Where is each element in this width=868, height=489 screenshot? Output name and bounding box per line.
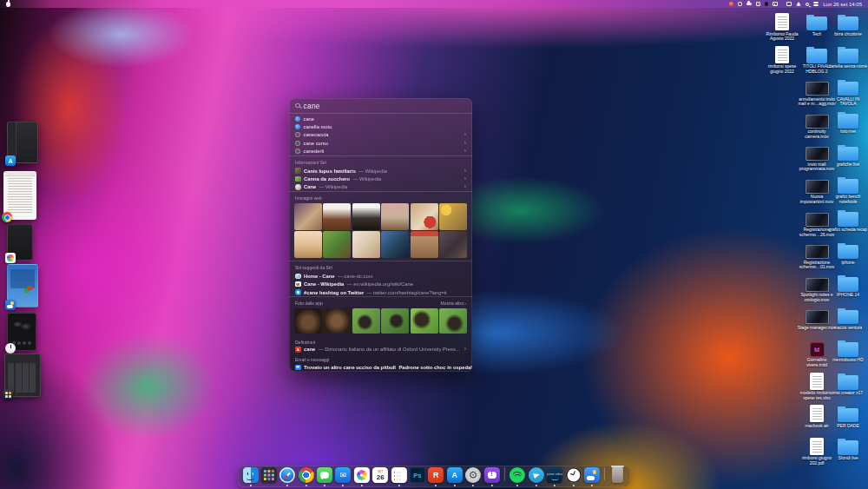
dog-lawn-photo-1[interactable]: [411, 308, 438, 334]
dock-separator[interactable]: [502, 467, 507, 486]
apple-menu-icon[interactable]: [6, 2, 10, 7]
desktop-icon[interactable]: foto mei: [828, 112, 868, 145]
safari-dock-icon[interactable]: [279, 467, 296, 486]
siri-info-result[interactable]: Canna da zucchero — Wikipedia ›: [289, 175, 472, 182]
brown-dog-sign-photo[interactable]: [411, 231, 438, 258]
dog-night-photo-1[interactable]: [294, 308, 322, 334]
corgi-with-ball-photo[interactable]: [411, 203, 438, 230]
suggested-site-result[interactable]: Home - Cane — cane-dc.com: [289, 272, 472, 280]
dock: set 26 Ps R: [238, 466, 630, 487]
system-settings-dock-icon[interactable]: [465, 467, 482, 486]
desktop-icon[interactable]: grafici scheda recap: [828, 210, 868, 243]
display-menu-icon[interactable]: [786, 2, 792, 5]
siri-info-result[interactable]: Cane — Wikipedia ›: [289, 183, 472, 191]
email-result[interactable]: Trovato un altro cane ucciso da pitbull …: [289, 363, 472, 371]
photoshop-dock-icon[interactable]: Ps: [409, 467, 425, 486]
desktop-icon[interactable]: mezzobusto HD: [828, 340, 868, 373]
reminders-dock-icon[interactable]: [391, 467, 407, 486]
desktop-icon[interactable]: PER DADE: [828, 406, 868, 439]
golden-puppy-photo[interactable]: [294, 231, 322, 258]
stage-manager-icon[interactable]: [773, 2, 778, 6]
dock-separator[interactable]: [602, 467, 608, 486]
suggested-site-result[interactable]: Cane - Wikipedia — en.wikipedia.org/wiki…: [289, 281, 472, 288]
dog-grass-photo-1[interactable]: [352, 308, 380, 334]
mail-dock-icon[interactable]: [335, 467, 352, 486]
siri-info-result[interactable]: Canis lupus familiaris — Wikipedia ›: [289, 167, 472, 175]
desktop-icon[interactable]: msi creator z17: [828, 373, 868, 406]
desktop-icon[interactable]: grafici bench notebook: [828, 177, 868, 210]
search-suggestion[interactable]: cane corso ›: [289, 139, 472, 147]
wifi-icon[interactable]: [796, 2, 801, 6]
small-dog-photo[interactable]: [381, 203, 409, 230]
search-suggestion[interactable]: canella moto: [289, 122, 472, 130]
finder-dock-icon[interactable]: [242, 467, 259, 486]
search-suggestion[interactable]: cane: [289, 115, 472, 122]
groomed-dog-photo[interactable]: [352, 231, 380, 258]
search-suggestion[interactable]: canederli ›: [289, 148, 472, 155]
desktop-icon[interactable]: birra circolone: [828, 14, 868, 47]
show-more-link[interactable]: Mostra altro ›: [441, 301, 466, 306]
red-app-menu-icon[interactable]: [729, 2, 733, 6]
desktop-icon[interactable]: iphone: [828, 242, 868, 275]
weather-dock-icon[interactable]: [583, 467, 600, 486]
window-menu-icon[interactable]: [756, 2, 760, 6]
file-icon: [806, 275, 829, 292]
launchpad-dock-icon[interactable]: [260, 467, 277, 486]
photos-window[interactable]: [7, 224, 33, 261]
spotlight-search-input[interactable]: cane: [289, 98, 472, 113]
desktop-icon[interactable]: cartella senza nome: [828, 47, 868, 80]
feedback-assistant-dock-icon[interactable]: [483, 467, 500, 486]
search-query: cane: [304, 102, 320, 110]
recording-dot-icon[interactable]: [765, 2, 768, 5]
barking-dog-photo[interactable]: [381, 231, 409, 258]
file-icon: [838, 144, 858, 161]
gray-dog-photo[interactable]: [439, 231, 467, 258]
world-clock-window[interactable]: [7, 313, 36, 351]
file-icon: [810, 406, 824, 422]
control-center-icon[interactable]: [813, 2, 819, 6]
desktop-icon[interactable]: Sfondi live: [828, 439, 868, 472]
prime-video-dock-icon[interactable]: prime video: [547, 467, 563, 486]
app-badge-icon: [5, 253, 16, 263]
chihuahua-photo[interactable]: [294, 203, 322, 230]
dog-lawn-photo-2[interactable]: [439, 308, 467, 334]
chrome-dock-icon[interactable]: [298, 467, 314, 486]
menu-bar-clock[interactable]: Lun 26 set 14:05: [823, 2, 862, 7]
desktop-icon[interactable]: CAVALLI IN TAVOLA: [828, 79, 868, 112]
running-indicator-dot: [342, 485, 344, 486]
email-title-1: Trovato un altro cane ucciso da pitbull: [304, 365, 396, 370]
suggested-site-result[interactable]: #cane hashtag on Twitter — twitter.com/h…: [289, 288, 472, 296]
search-suggestion[interactable]: canecaccia ›: [289, 131, 472, 139]
sync-menu-icon[interactable]: [738, 2, 742, 6]
definition-word: cane: [304, 347, 315, 352]
calendar-dock-icon[interactable]: set 26: [372, 467, 389, 486]
text-document-window[interactable]: [3, 171, 36, 220]
dog-grass-photo-2[interactable]: [381, 308, 409, 334]
telegram-dock-icon[interactable]: [528, 467, 544, 486]
dock-app-icon: [529, 467, 544, 483]
desktop-icon[interactable]: macos ventura: [828, 307, 868, 340]
trash-dock-icon[interactable]: [609, 467, 626, 486]
messages-dock-icon[interactable]: [316, 467, 332, 486]
r-app-dock-icon[interactable]: R: [428, 467, 444, 486]
black-dog-photo[interactable]: [352, 203, 380, 230]
spotify-dock-icon[interactable]: [510, 467, 526, 486]
weather-window[interactable]: [7, 264, 38, 307]
definition-result[interactable]: cane — Dizionario Italiano da un affilia…: [289, 346, 472, 354]
puppy-on-green-photo[interactable]: [323, 231, 351, 258]
photos-dock-icon[interactable]: [353, 467, 370, 486]
desktop-icon[interactable]: IPHONE 14: [828, 275, 868, 308]
app-store-window[interactable]: [7, 122, 38, 163]
dog-night-photo-2[interactable]: [323, 308, 351, 334]
spotlight-icon[interactable]: [806, 3, 809, 6]
calculator-window[interactable]: [4, 354, 41, 397]
dock-app-icon: R: [428, 467, 444, 483]
calendar-day-label: 26: [377, 473, 385, 481]
desktop-icon[interactable]: grafiche live: [828, 144, 868, 177]
app-store-dock-icon[interactable]: [446, 467, 463, 486]
cloud-menu-icon[interactable]: [746, 3, 752, 5]
brown-puppy-photo[interactable]: [323, 203, 351, 230]
clock-dock-icon[interactable]: [565, 467, 582, 486]
dog-in-flowers-photo[interactable]: [439, 203, 467, 230]
menu-bar: Lun 26 set 14:05: [0, 0, 868, 8]
